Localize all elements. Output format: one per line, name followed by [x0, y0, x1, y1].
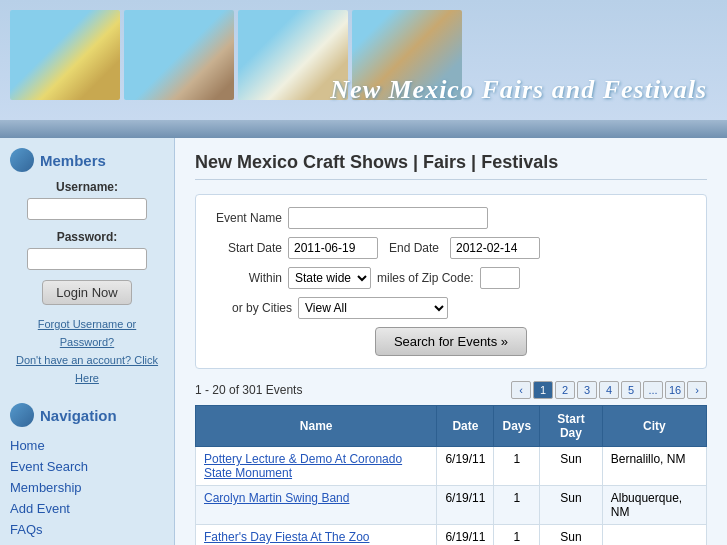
table-header-row: Name Date Days Start Day City: [196, 406, 707, 447]
login-button[interactable]: Login Now: [42, 280, 132, 305]
username-input[interactable]: [27, 198, 147, 220]
main-content: New Mexico Craft Shows | Fairs | Festiva…: [175, 138, 727, 545]
event-name-input[interactable]: [288, 207, 488, 229]
sidebar: Members Username: Password: Login Now Fo…: [0, 138, 175, 545]
event-days-cell: 1: [494, 447, 540, 486]
event-days-cell: 1: [494, 525, 540, 546]
table-body: Pottery Lecture & Demo At Coronado State…: [196, 447, 707, 546]
password-input[interactable]: [27, 248, 147, 270]
within-label: Within: [212, 271, 282, 285]
event-start-day-cell: Sun: [540, 447, 603, 486]
page-btn-5[interactable]: 5: [621, 381, 641, 399]
page-btn-2[interactable]: 2: [555, 381, 575, 399]
start-date-label: Start Date: [212, 241, 282, 255]
forgot-link[interactable]: Forgot Username or Password?: [10, 315, 164, 351]
cities-label: or by Cities: [212, 301, 292, 315]
page-btn-1[interactable]: 1: [533, 381, 553, 399]
miles-label: miles of Zip Code:: [377, 271, 474, 285]
site-title: New Mexico Fairs and Festivals: [330, 75, 707, 105]
search-events-button[interactable]: Search for Events »: [375, 327, 527, 356]
event-name-cell[interactable]: Carolyn Martin Swing Band: [196, 486, 437, 525]
navigation-icon: [10, 403, 34, 427]
event-name-row: Event Name: [212, 207, 690, 229]
nav-add-event[interactable]: Add Event: [10, 498, 164, 519]
page-btn-3[interactable]: 3: [577, 381, 597, 399]
within-select[interactable]: State wide: [288, 267, 371, 289]
nav-items: HomeEvent SearchMembershipAdd EventFAQs: [10, 435, 164, 540]
page-btn-6[interactable]: ...: [643, 381, 663, 399]
header: New Mexico Fairs and Festivals: [0, 0, 727, 120]
end-date-input[interactable]: [450, 237, 540, 259]
event-city-cell: Albuquerque, NM: [602, 486, 706, 525]
password-label: Password:: [10, 230, 164, 244]
table-row: Father's Day Fiesta At The Zoo6/19/111Su…: [196, 525, 707, 546]
table-row: Carolyn Martin Swing Band6/19/111SunAlbu…: [196, 486, 707, 525]
event-city-cell: [602, 525, 706, 546]
members-heading: Members: [10, 148, 164, 172]
nav-strip: [0, 120, 727, 138]
within-row: Within State wide miles of Zip Code:: [212, 267, 690, 289]
layout: Members Username: Password: Login Now Fo…: [0, 138, 727, 545]
col-name: Name: [196, 406, 437, 447]
username-label: Username:: [10, 180, 164, 194]
header-photo-1: [10, 10, 120, 100]
event-date-cell: 6/19/11: [437, 447, 494, 486]
members-section: Members Username: Password: Login Now Fo…: [10, 148, 164, 387]
event-name-label: Event Name: [212, 211, 282, 225]
no-account-link[interactable]: Don't have an account? Click Here: [10, 351, 164, 387]
navigation-section: Navigation HomeEvent SearchMembershipAdd…: [10, 403, 164, 540]
results-summary: 1 - 20 of 301 Events: [195, 383, 302, 397]
page-title: New Mexico Craft Shows | Fairs | Festiva…: [195, 152, 707, 180]
event-name-cell[interactable]: Father's Day Fiesta At The Zoo: [196, 525, 437, 546]
event-start-day-cell: Sun: [540, 525, 603, 546]
event-name-cell[interactable]: Pottery Lecture & Demo At Coronado State…: [196, 447, 437, 486]
event-date-cell: 6/19/11: [437, 486, 494, 525]
col-days: Days: [494, 406, 540, 447]
table-header: Name Date Days Start Day City: [196, 406, 707, 447]
page-btn-7[interactable]: 16: [665, 381, 685, 399]
col-start-day: Start Day: [540, 406, 603, 447]
nav-membership[interactable]: Membership: [10, 477, 164, 498]
event-days-cell: 1: [494, 486, 540, 525]
col-date: Date: [437, 406, 494, 447]
members-heading-label: Members: [40, 152, 106, 169]
navigation-heading-label: Navigation: [40, 407, 117, 424]
end-date-label: End Date: [384, 241, 444, 255]
event-start-day-cell: Sun: [540, 486, 603, 525]
table-row: Pottery Lecture & Demo At Coronado State…: [196, 447, 707, 486]
pagination: ‹12345...16›: [511, 381, 707, 399]
page-btn-4[interactable]: 4: [599, 381, 619, 399]
zip-input[interactable]: [480, 267, 520, 289]
events-table: Name Date Days Start Day City Pottery Le…: [195, 405, 707, 545]
date-row: Start Date End Date: [212, 237, 690, 259]
navigation-heading: Navigation: [10, 403, 164, 427]
page-btn-0[interactable]: ‹: [511, 381, 531, 399]
page-btn-8[interactable]: ›: [687, 381, 707, 399]
results-info: 1 - 20 of 301 Events ‹12345...16›: [195, 381, 707, 399]
cities-select[interactable]: View All: [298, 297, 448, 319]
event-date-cell: 6/19/11: [437, 525, 494, 546]
nav-faqs[interactable]: FAQs: [10, 519, 164, 540]
members-icon: [10, 148, 34, 172]
search-form: Event Name Start Date End Date Within St…: [195, 194, 707, 369]
start-date-input[interactable]: [288, 237, 378, 259]
nav-home[interactable]: Home: [10, 435, 164, 456]
event-city-cell: Bernalillo, NM: [602, 447, 706, 486]
header-photo-2: [124, 10, 234, 100]
cities-row: or by Cities View All: [212, 297, 690, 319]
nav-event-search[interactable]: Event Search: [10, 456, 164, 477]
col-city: City: [602, 406, 706, 447]
